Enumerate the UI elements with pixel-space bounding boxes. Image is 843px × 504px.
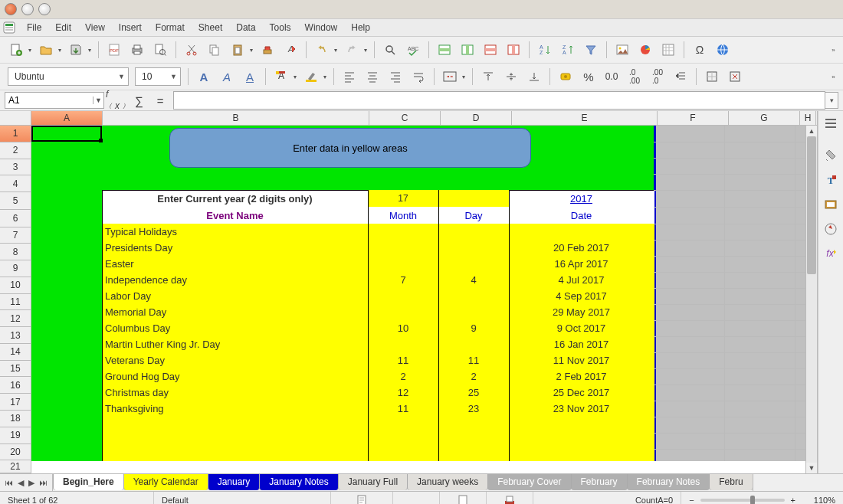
cut-button[interactable]: [182, 40, 202, 60]
insert-image-button[interactable]: [612, 40, 632, 60]
merge-dropdown[interactable]: ▾: [460, 67, 467, 86]
sheet-tab[interactable]: January Notes: [259, 474, 338, 490]
align-top-button[interactable]: [478, 67, 498, 87]
insert-row-button[interactable]: [435, 40, 454, 60]
zoom-value[interactable]: 110%: [795, 496, 835, 504]
insert-pivot-button[interactable]: [658, 40, 678, 60]
column-header-F[interactable]: F: [658, 111, 729, 125]
row-header-21[interactable]: 21: [0, 460, 31, 473]
add-decimal-button[interactable]: .0.00: [625, 67, 645, 87]
formula-input[interactable]: [173, 91, 825, 110]
font-color-button[interactable]: A: [271, 67, 291, 87]
clear-formatting-button[interactable]: A: [280, 40, 300, 60]
highlight-dropdown[interactable]: ▾: [321, 67, 328, 86]
undo-dropdown[interactable]: ▾: [332, 41, 339, 59]
delete-column-button[interactable]: [504, 40, 523, 60]
italic-button[interactable]: A: [217, 67, 237, 87]
undo-button[interactable]: [312, 40, 332, 60]
menu-sheet[interactable]: Sheet: [192, 21, 229, 34]
sheet-tab[interactable]: February Notes: [627, 474, 710, 490]
insert-chart-button[interactable]: [635, 40, 655, 60]
row-header-8[interactable]: 8: [0, 244, 31, 260]
menu-file[interactable]: File: [20, 21, 48, 34]
page-style[interactable]: Default: [154, 492, 331, 504]
window-minimize-button[interactable]: [21, 3, 34, 15]
copy-button[interactable]: [205, 40, 225, 60]
column-header-A[interactable]: A: [31, 111, 103, 125]
toolbar-overflow[interactable]: »: [830, 41, 837, 59]
menu-tools[interactable]: Tools: [263, 21, 298, 34]
column-header-C[interactable]: C: [369, 111, 441, 125]
border-style-button[interactable]: [725, 67, 745, 87]
clone-formatting-button[interactable]: [257, 40, 277, 60]
scroll-down-button[interactable]: ▼: [806, 463, 817, 473]
decrease-indent-button[interactable]: [671, 67, 690, 87]
font-size-combo[interactable]: 10▼: [135, 67, 181, 86]
functions-icon[interactable]: fx: [820, 243, 841, 264]
insert-column-button[interactable]: [458, 40, 477, 60]
font-color-dropdown[interactable]: ▾: [291, 67, 298, 86]
menu-insert[interactable]: Insert: [112, 21, 149, 34]
row-header-20[interactable]: 20: [0, 444, 31, 461]
window-maximize-button[interactable]: [38, 3, 51, 15]
column-header-G[interactable]: G: [729, 111, 800, 125]
gallery-icon[interactable]: [820, 194, 841, 215]
row-header-3[interactable]: 3: [0, 159, 31, 176]
special-char-button[interactable]: Ω: [690, 40, 710, 60]
print-preview-button[interactable]: [150, 40, 170, 60]
row-header-1[interactable]: 1: [0, 126, 31, 142]
sheet-tab[interactable]: Yearly Calendar: [123, 474, 208, 490]
row-header-4[interactable]: 4: [0, 175, 31, 192]
export-pdf-button[interactable]: PDF: [104, 40, 124, 60]
sheet-tab[interactable]: Febru: [709, 474, 752, 490]
row-header-11[interactable]: 11: [0, 294, 31, 311]
function-wizard-button[interactable]: f﹙x﹚: [109, 92, 126, 109]
sheet-tab[interactable]: January Full: [338, 474, 408, 490]
sort-asc-button[interactable]: AZ: [535, 40, 555, 60]
zoom-slider[interactable]: [700, 499, 785, 502]
sheet-tab[interactable]: January: [208, 474, 261, 490]
selection-mode[interactable]: [393, 492, 440, 504]
window-close-button[interactable]: [5, 3, 17, 15]
cell-reference-input[interactable]: [5, 95, 93, 106]
row-header-13[interactable]: 13: [0, 327, 31, 344]
tab-last-button[interactable]: ⏭: [39, 478, 48, 487]
underline-button[interactable]: A: [240, 67, 260, 87]
open-dropdown[interactable]: ▾: [56, 41, 63, 59]
wrap-text-button[interactable]: [408, 67, 428, 87]
zoom-out-button[interactable]: −: [689, 496, 694, 504]
equals-button[interactable]: =: [152, 92, 169, 109]
row-header-10[interactable]: 10: [0, 277, 31, 294]
row-header-14[interactable]: 14: [0, 344, 31, 361]
sort-desc-button[interactable]: ZA: [558, 40, 578, 60]
row-header-9[interactable]: 9: [0, 260, 31, 277]
styles-icon[interactable]: T: [820, 169, 841, 191]
column-header-E[interactable]: E: [512, 111, 658, 125]
spellcheck-button[interactable]: ABC: [403, 40, 423, 60]
save-dropdown[interactable]: ▾: [86, 41, 93, 59]
paste-dropdown[interactable]: ▾: [248, 41, 254, 59]
sheet-tab[interactable]: Begin_Here: [53, 474, 124, 490]
cell-summary[interactable]: CountA=0: [533, 492, 681, 504]
column-header-B[interactable]: B: [103, 111, 369, 125]
row-header-19[interactable]: 19: [0, 427, 31, 444]
formula-expand-button[interactable]: ▾: [825, 92, 838, 109]
row-header-6[interactable]: 6: [0, 210, 31, 227]
tab-prev-button[interactable]: ◀: [18, 478, 24, 488]
new-document-dropdown[interactable]: ▾: [26, 41, 33, 59]
remove-decimal-button[interactable]: .00.0: [648, 67, 668, 87]
menu-window[interactable]: Window: [298, 21, 345, 34]
row-header-5[interactable]: 5: [0, 192, 31, 210]
row-header-18[interactable]: 18: [0, 411, 31, 427]
open-button[interactable]: [36, 40, 56, 60]
column-header-H[interactable]: H: [800, 111, 816, 125]
bold-button[interactable]: A: [194, 67, 214, 87]
number-format-button[interactable]: 0.0: [602, 67, 622, 87]
row-header-7[interactable]: 7: [0, 227, 31, 244]
row-header-16[interactable]: 16: [0, 377, 31, 394]
borders-button[interactable]: [702, 67, 722, 87]
menu-edit[interactable]: Edit: [48, 21, 78, 34]
redo-button[interactable]: [342, 40, 362, 60]
find-button[interactable]: [380, 40, 400, 60]
save-button[interactable]: [66, 40, 86, 60]
